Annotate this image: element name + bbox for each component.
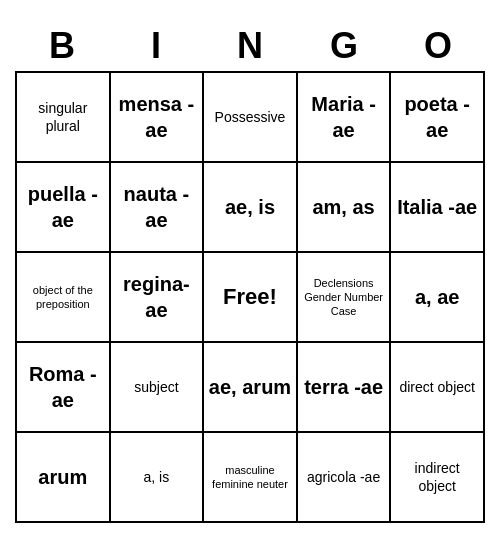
cell-text: am, as: [312, 194, 374, 220]
header-letter: B: [15, 21, 109, 71]
cell-text: arum: [38, 464, 87, 490]
bingo-cell: a, is: [111, 433, 205, 523]
header-letter: G: [297, 21, 391, 71]
cell-text: a, ae: [415, 284, 459, 310]
bingo-cell: ae, is: [204, 163, 298, 253]
bingo-cell: a, ae: [391, 253, 485, 343]
cell-text: Declensions Gender Number Case: [302, 276, 386, 319]
bingo-cell: singular plural: [17, 73, 111, 163]
cell-text: Roma -ae: [21, 361, 105, 413]
bingo-cell: agricola -ae: [298, 433, 392, 523]
cell-text: object of the preposition: [21, 283, 105, 312]
bingo-cell: poeta -ae: [391, 73, 485, 163]
cell-text: masculine feminine neuter: [208, 463, 292, 492]
bingo-cell: nauta -ae: [111, 163, 205, 253]
cell-text: singular plural: [21, 99, 105, 135]
cell-text: puella -ae: [21, 181, 105, 233]
bingo-card: BINGO singular pluralmensa -aePossessive…: [15, 21, 485, 523]
header-letter: N: [203, 21, 297, 71]
bingo-cell: Free!: [204, 253, 298, 343]
bingo-cell: am, as: [298, 163, 392, 253]
bingo-cell: masculine feminine neuter: [204, 433, 298, 523]
cell-text: ae, arum: [209, 374, 291, 400]
cell-text: Italia -ae: [397, 194, 477, 220]
cell-text: terra -ae: [304, 374, 383, 400]
bingo-cell: Roma -ae: [17, 343, 111, 433]
bingo-cell: Declensions Gender Number Case: [298, 253, 392, 343]
cell-text: regina- ae: [115, 271, 199, 323]
bingo-cell: regina- ae: [111, 253, 205, 343]
cell-text: poeta -ae: [395, 91, 479, 143]
bingo-cell: indirect object: [391, 433, 485, 523]
cell-text: Maria -ae: [302, 91, 386, 143]
cell-text: direct object: [399, 378, 474, 396]
bingo-cell: terra -ae: [298, 343, 392, 433]
bingo-cell: Italia -ae: [391, 163, 485, 253]
bingo-cell: mensa -ae: [111, 73, 205, 163]
cell-text: Free!: [223, 283, 277, 312]
bingo-cell: puella -ae: [17, 163, 111, 253]
bingo-header: BINGO: [15, 21, 485, 71]
cell-text: subject: [134, 378, 178, 396]
bingo-cell: arum: [17, 433, 111, 523]
bingo-cell: ae, arum: [204, 343, 298, 433]
bingo-cell: direct object: [391, 343, 485, 433]
cell-text: nauta -ae: [115, 181, 199, 233]
cell-text: Possessive: [215, 108, 286, 126]
cell-text: ae, is: [225, 194, 275, 220]
header-letter: I: [109, 21, 203, 71]
bingo-grid: singular pluralmensa -aePossessiveMaria …: [15, 71, 485, 523]
header-letter: O: [391, 21, 485, 71]
bingo-cell: object of the preposition: [17, 253, 111, 343]
cell-text: mensa -ae: [115, 91, 199, 143]
cell-text: a, is: [144, 468, 170, 486]
bingo-cell: subject: [111, 343, 205, 433]
cell-text: indirect object: [395, 459, 479, 495]
bingo-cell: Maria -ae: [298, 73, 392, 163]
bingo-cell: Possessive: [204, 73, 298, 163]
cell-text: agricola -ae: [307, 468, 380, 486]
